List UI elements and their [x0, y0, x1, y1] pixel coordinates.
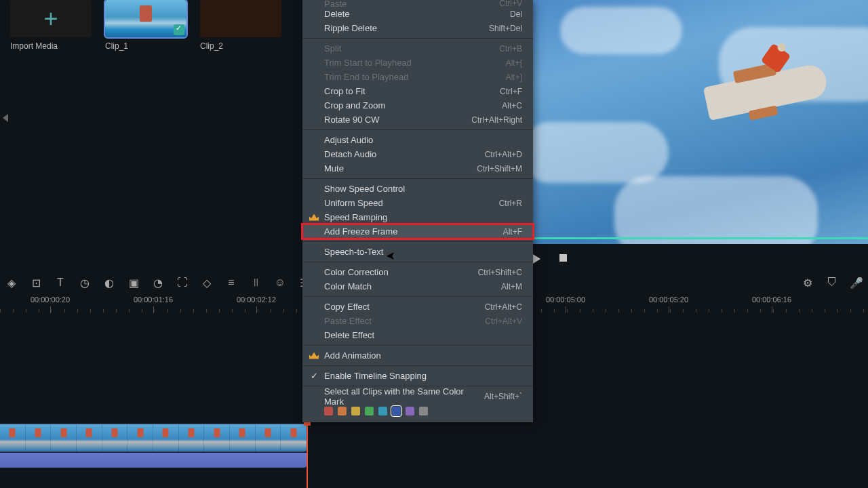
color-swatch[interactable] [365, 407, 374, 415]
menu-add-freeze-frame[interactable]: Add Freeze FrameAlt+F [302, 224, 533, 239]
color-icon[interactable]: ◐ [103, 277, 115, 289]
menu-show-speed[interactable]: Show Speed Control [302, 182, 533, 196]
menu-split: SplitCtrl+B [302, 41, 533, 56]
import-media-tile[interactable]: + Import Media [10, 0, 92, 51]
mixer-icon[interactable]: ≡ [225, 277, 237, 289]
menu-rotate[interactable]: Rotate 90 CWCtrl+Alt+Right [302, 113, 533, 127]
equalizer-icon[interactable]: ⫴ [250, 277, 262, 289]
ruler-tick: 00:00:02:12 [237, 296, 276, 304]
menu-trim-end: Trim End to PlayheadAlt+] [302, 70, 533, 84]
plus-icon: + [43, 5, 58, 33]
playhead[interactable] [307, 424, 308, 488]
menu-delete[interactable]: DeleteDel [302, 7, 533, 21]
tag-icon[interactable]: ◈ [5, 277, 18, 289]
collapse-left-icon[interactable] [3, 114, 8, 122]
check-icon: ✓ [311, 371, 318, 381]
color-swatch[interactable] [351, 407, 360, 415]
menu-detach-audio[interactable]: Detach AudioCtrl+Alt+D [302, 147, 533, 161]
menu-timeline-snapping[interactable]: ✓Enable Timeline Snapping [302, 369, 533, 383]
menu-copy-effect[interactable]: Copy EffectCtrl+Alt+C [302, 300, 533, 314]
media-label: Clip_1 [105, 41, 186, 51]
color-swatch[interactable] [419, 407, 428, 415]
color-swatch[interactable] [392, 407, 401, 415]
ruler-tick: 00:00:01:16 [134, 296, 173, 304]
menu-adjust-audio[interactable]: Adjust Audio [302, 133, 533, 147]
expand-icon[interactable]: ⛶ [176, 277, 189, 289]
check-icon [174, 24, 184, 35]
ruler-tick: 00:00:00:20 [31, 296, 70, 304]
clock-icon[interactable]: ◔ [152, 277, 164, 289]
mic-icon[interactable]: 🎤 [850, 277, 863, 289]
clip-context-menu: PasteCtrl+V DeleteDel Ripple DeleteShift… [302, 0, 533, 422]
menu-trim-start: Trim Start to PlayheadAlt+[ [302, 56, 533, 70]
shield-icon[interactable]: ⛉ [826, 277, 838, 289]
menu-paste-effect: Paste EffectCtrl+Alt+V [302, 314, 533, 328]
crown-icon [309, 214, 319, 221]
media-item-clip2[interactable]: Clip_2 [200, 0, 281, 51]
menu-uniform-speed[interactable]: Uniform SpeedCtrl+R [302, 196, 533, 210]
color-swatch[interactable] [324, 407, 333, 415]
menu-crop-fit[interactable]: Crop to FitCtrl+F [302, 84, 533, 98]
import-label: Import Media [10, 41, 92, 51]
keyframe-icon[interactable]: ◇ [201, 277, 213, 289]
menu-crop-zoom[interactable]: Crop and ZoomAlt+C [302, 98, 533, 113]
play-button[interactable] [533, 254, 540, 264]
ruler-tick: 00:00:05:20 [649, 296, 688, 304]
audio-clip[interactable] [0, 453, 307, 468]
crop-icon[interactable]: ⊡ [30, 277, 42, 289]
media-label: Clip_2 [200, 41, 281, 51]
menu-speed-ramping[interactable]: Speed Ramping [302, 210, 533, 224]
media-bin: + Import Media Clip_1 Clip_2 Pap [0, 0, 302, 268]
color-swatch[interactable] [338, 407, 347, 415]
preview-monitor [533, 0, 868, 244]
text-icon[interactable]: T [54, 277, 66, 289]
color-swatch[interactable] [378, 407, 387, 415]
video-clip[interactable] [0, 424, 307, 451]
ruler-tick: 00:00:05:00 [546, 296, 585, 304]
crown-icon [309, 352, 319, 359]
gear-icon[interactable]: ⚙ [802, 277, 814, 289]
stop-button[interactable] [559, 254, 567, 262]
menu-add-animation[interactable]: Add Animation [302, 348, 533, 363]
menu-color-correction[interactable]: Color CorrectionCtrl+Shift+C [302, 265, 533, 279]
preview-progress[interactable] [533, 237, 868, 239]
menu-paste: PasteCtrl+V [302, 0, 533, 7]
user-icon[interactable]: ☺ [274, 277, 286, 289]
speed-icon[interactable]: ◷ [79, 277, 91, 289]
screen-icon[interactable]: ▣ [127, 277, 140, 289]
menu-select-color-mark[interactable]: Select all Clips with the Same Color Mar… [302, 389, 533, 403]
menu-speech-to-text[interactable]: Speech-to-Text [302, 245, 533, 259]
media-item-clip1[interactable]: Clip_1 [105, 0, 186, 51]
menu-color-match[interactable]: Color MatchAlt+M [302, 279, 533, 293]
menu-ripple-delete[interactable]: Ripple DeleteShift+Del [302, 21, 533, 35]
color-swatch[interactable] [406, 407, 414, 415]
transport-controls [533, 254, 567, 266]
ruler-tick: 00:00:06:16 [752, 296, 791, 304]
menu-mute[interactable]: MuteCtrl+Shift+M [302, 161, 533, 176]
menu-delete-effect[interactable]: Delete Effect [302, 328, 533, 342]
